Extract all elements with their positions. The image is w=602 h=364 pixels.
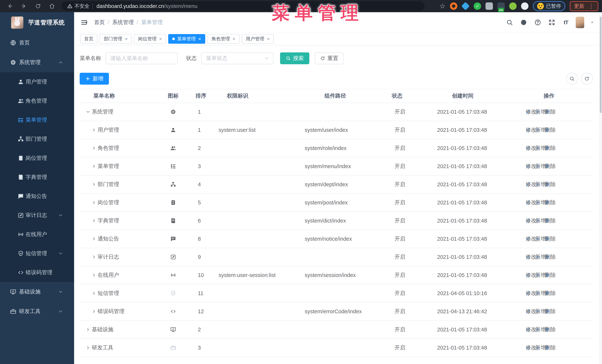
row-add-action[interactable]: 新增	[535, 109, 540, 114]
home-icon[interactable]	[47, 1, 57, 11]
tab-item[interactable]: 岗位管理×	[134, 34, 166, 44]
row-delete-action[interactable]: 删除	[545, 309, 550, 314]
row-add-action[interactable]: 新增	[535, 291, 540, 296]
row-expand-icon[interactable]	[92, 291, 97, 296]
sidebar-item[interactable]: 短信管理	[0, 244, 74, 263]
row-expand-icon[interactable]	[92, 309, 97, 314]
sidebar-item[interactable]: 首页	[0, 33, 74, 52]
toggle-search-button[interactable]	[566, 73, 578, 85]
sidebar-item[interactable]: 菜单管理	[0, 110, 74, 129]
paused-extension-badge[interactable]: 已暂停	[533, 1, 565, 11]
security-label[interactable]: 不安全	[75, 3, 89, 10]
scrollbar-track[interactable]	[599, 12, 602, 364]
row-add-action[interactable]: 新增	[535, 200, 540, 205]
github-icon[interactable]	[519, 18, 528, 27]
row-edit-action[interactable]: 修改	[526, 309, 530, 314]
menu-name-input[interactable]	[106, 52, 178, 64]
sidebar-item[interactable]: 在线用户	[0, 225, 74, 244]
row-expand-icon[interactable]	[92, 146, 97, 151]
row-delete-action[interactable]: 删除	[545, 345, 550, 350]
row-expand-icon[interactable]	[92, 128, 97, 132]
app-logo-row[interactable]: 芋道管理系统	[0, 12, 74, 33]
sidebar-item[interactable]: 角色管理	[0, 91, 74, 110]
back-icon[interactable]	[5, 1, 14, 11]
font-size-icon[interactable]: tT	[562, 18, 570, 27]
row-expand-icon[interactable]	[92, 218, 97, 223]
sidebar-item[interactable]: 审计日志	[0, 206, 74, 225]
sidebar-item[interactable]: 系统管理	[0, 52, 74, 72]
tab-item[interactable]: 用户管理×	[242, 34, 274, 44]
row-add-action[interactable]: 新增	[535, 218, 540, 223]
row-expand-icon[interactable]	[92, 236, 97, 241]
sidebar-item[interactable]: 错误码管理	[0, 263, 74, 282]
collapse-sidebar-icon[interactable]	[80, 18, 88, 27]
row-delete-action[interactable]: 删除	[545, 218, 550, 223]
breadcrumb-item[interactable]: 首页	[94, 19, 105, 26]
row-expand-icon[interactable]	[92, 182, 97, 187]
row-add-action[interactable]: 新增	[535, 236, 540, 241]
row-edit-action[interactable]: 修改	[526, 273, 530, 278]
breadcrumb-item[interactable]: 系统管理	[112, 19, 134, 26]
row-add-action[interactable]: 新增	[535, 128, 540, 132]
extension-puzzle-icon[interactable]	[521, 2, 528, 10]
row-edit-action[interactable]: 修改	[526, 345, 530, 350]
tab-item[interactable]: 角色管理×	[207, 34, 239, 44]
sidebar-item[interactable]: 基础设施	[0, 282, 74, 302]
sidebar-item[interactable]: 字典管理	[0, 167, 74, 187]
row-delete-action[interactable]: 删除	[545, 164, 550, 169]
row-delete-action[interactable]: 删除	[545, 146, 550, 151]
help-icon[interactable]	[533, 18, 542, 27]
tab-item[interactable]: 首页	[80, 34, 97, 44]
tab-close-icon[interactable]: ×	[125, 36, 128, 41]
row-add-action[interactable]: 新增	[535, 164, 540, 169]
row-add-action[interactable]: 新增	[535, 182, 540, 187]
row-expand-icon[interactable]	[86, 109, 91, 114]
tab-close-icon[interactable]: ×	[233, 36, 236, 41]
row-expand-icon[interactable]	[92, 255, 97, 260]
row-edit-action[interactable]: 修改	[526, 109, 530, 114]
fullscreen-icon[interactable]	[548, 18, 556, 27]
row-edit-action[interactable]: 修改	[526, 291, 530, 296]
row-edit-action[interactable]: 修改	[526, 200, 530, 205]
sidebar-item[interactable]: 岗位管理	[0, 148, 74, 167]
status-select[interactable]: 菜单状态	[201, 52, 273, 64]
update-button[interactable]: 更新 ⋮	[570, 1, 598, 11]
row-delete-action[interactable]: 删除	[545, 109, 550, 114]
tab-item[interactable]: 部门管理×	[100, 34, 132, 44]
row-expand-icon[interactable]	[92, 273, 97, 278]
extension-check-icon[interactable]: ✓	[474, 2, 481, 10]
tab-item[interactable]: 菜单管理×	[168, 34, 205, 44]
row-expand-icon[interactable]	[86, 327, 91, 332]
bookmark-star-icon[interactable]: ☆	[440, 3, 445, 10]
row-expand-icon[interactable]	[86, 345, 91, 350]
tab-close-icon[interactable]: ×	[267, 36, 270, 41]
row-add-action[interactable]: 新增	[535, 255, 540, 260]
row-add-action[interactable]: 新增	[535, 345, 540, 350]
row-edit-action[interactable]: 修改	[526, 255, 530, 260]
extension-key-icon[interactable]	[509, 2, 516, 10]
sidebar-item[interactable]: 用户管理	[0, 72, 74, 91]
chevron-down-icon[interactable]	[590, 20, 595, 25]
row-edit-action[interactable]: 修改	[526, 218, 530, 223]
tab-close-icon[interactable]: ×	[198, 36, 201, 41]
tab-close-icon[interactable]: ×	[159, 36, 162, 41]
refresh-table-button[interactable]	[581, 73, 593, 85]
scrollbar-thumb[interactable]	[600, 17, 602, 113]
row-delete-action[interactable]: 删除	[545, 128, 550, 132]
reset-button[interactable]: 重置	[315, 52, 344, 64]
row-delete-action[interactable]: 删除	[545, 236, 550, 241]
row-delete-action[interactable]: 删除	[545, 255, 550, 260]
row-add-action[interactable]: 新增	[535, 273, 540, 278]
row-edit-action[interactable]: 修改	[526, 182, 530, 187]
extension-tiles-icon[interactable]	[485, 2, 493, 10]
row-edit-action[interactable]: 修改	[526, 128, 530, 132]
sidebar-item[interactable]: 通知公告	[0, 187, 74, 206]
row-edit-action[interactable]: 修改	[526, 236, 530, 241]
row-edit-action[interactable]: 修改	[526, 146, 530, 151]
extension-gem-icon[interactable]	[461, 2, 470, 10]
row-add-action[interactable]: 新增	[535, 146, 540, 151]
row-add-action[interactable]: 新增	[535, 327, 540, 332]
row-edit-action[interactable]: 修改	[526, 164, 530, 169]
add-button[interactable]: 新增	[80, 73, 109, 85]
row-delete-action[interactable]: 删除	[545, 327, 550, 332]
